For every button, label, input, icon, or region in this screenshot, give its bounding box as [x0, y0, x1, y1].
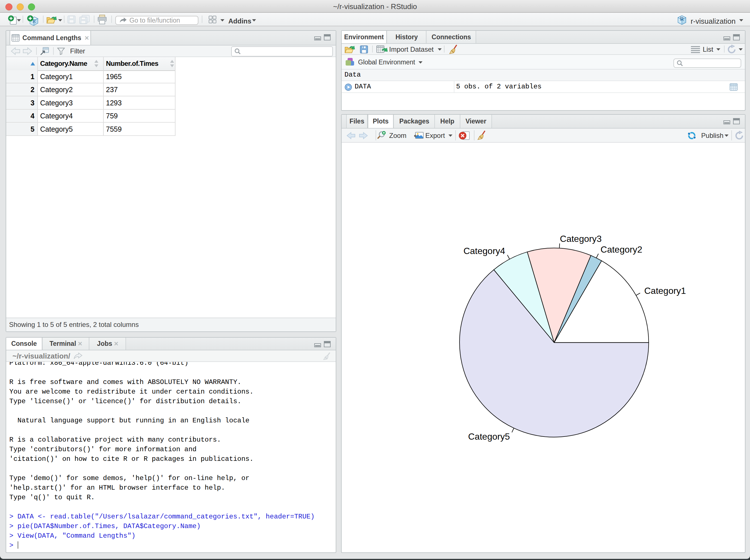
- svg-text:R: R: [680, 16, 684, 22]
- svg-text:Category5: Category5: [468, 432, 510, 442]
- svg-text:Category2: Category2: [600, 244, 642, 255]
- svg-text:Category1: Category1: [644, 286, 686, 296]
- svg-text:Category3: Category3: [560, 234, 601, 244]
- svg-text:Category4: Category4: [463, 246, 505, 256]
